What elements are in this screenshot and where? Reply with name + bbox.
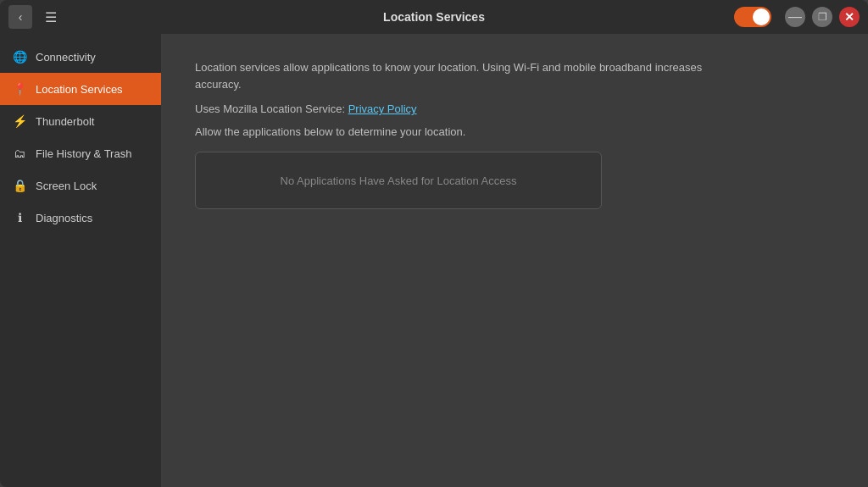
location-toggle[interactable] — [734, 7, 771, 27]
thunderbolt-icon: ⚡ — [12, 113, 27, 129]
no-apps-text: No Applications Have Asked for Location … — [281, 174, 517, 187]
no-apps-box: No Applications Have Asked for Location … — [195, 152, 602, 209]
sidebar-item-file-history[interactable]: 🗂 File History & Trash — [0, 137, 161, 169]
sidebar-item-location-services[interactable]: 📍 Location Services — [0, 73, 161, 105]
main-layout: 🌐 Connectivity 📍 Location Services ⚡ Thu… — [0, 34, 868, 487]
sidebar: 🌐 Connectivity 📍 Location Services ⚡ Thu… — [0, 34, 161, 487]
maximize-button[interactable]: ❐ — [812, 7, 832, 27]
titlebar-controls: — ❐ ✕ — [734, 7, 860, 27]
window-title: Location Services — [383, 10, 485, 24]
diagnostics-icon: ℹ — [12, 210, 27, 225]
content-area: Location services allow applications to … — [161, 34, 868, 487]
window: ‹ ☰ Location Services — ❐ ✕ 🌐 Connectivi… — [0, 0, 868, 487]
allow-line: Allow the applications below to determin… — [195, 125, 834, 138]
sidebar-item-connectivity[interactable]: 🌐 Connectivity — [0, 41, 161, 73]
sidebar-item-screen-lock-label: Screen Lock — [36, 180, 97, 192]
screen-lock-icon: 🔒 — [12, 178, 27, 193]
minimize-button[interactable]: — — [785, 7, 805, 27]
menu-button[interactable]: ☰ — [39, 5, 63, 29]
sidebar-item-location-label: Location Services — [36, 83, 123, 96]
file-history-icon: 🗂 — [12, 146, 27, 161]
back-button[interactable]: ‹ — [8, 5, 32, 29]
sidebar-item-thunderbolt[interactable]: ⚡ Thunderbolt — [0, 105, 161, 137]
location-icon: 📍 — [12, 81, 27, 97]
description-text: Location services allow applications to … — [195, 59, 704, 92]
privacy-policy-line: Uses Mozilla Location Service: Privacy P… — [195, 102, 834, 115]
sidebar-item-connectivity-label: Connectivity — [36, 51, 96, 64]
close-button[interactable]: ✕ — [839, 7, 860, 27]
privacy-policy-link[interactable]: Privacy Policy — [348, 102, 417, 115]
sidebar-item-file-history-label: File History & Trash — [36, 147, 131, 160]
sidebar-item-diagnostics-label: Diagnostics — [36, 212, 92, 224]
titlebar-left: ‹ ☰ — [8, 5, 63, 29]
connectivity-icon: 🌐 — [12, 49, 27, 64]
sidebar-item-screen-lock[interactable]: 🔒 Screen Lock — [0, 169, 161, 202]
sidebar-item-thunderbolt-label: Thunderbolt — [36, 115, 94, 128]
sidebar-item-diagnostics[interactable]: ℹ Diagnostics — [0, 202, 161, 234]
privacy-policy-prefix: Uses Mozilla Location Service: — [195, 102, 348, 115]
titlebar: ‹ ☰ Location Services — ❐ ✕ — [0, 0, 868, 34]
